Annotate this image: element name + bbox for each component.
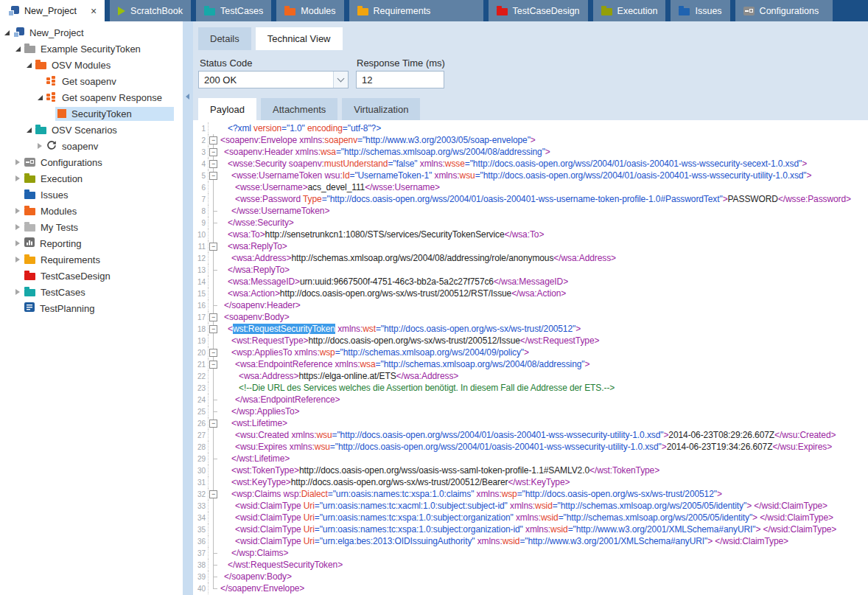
- response-time-input[interactable]: [356, 71, 444, 88]
- folder-icon: [24, 273, 35, 280]
- collapsed-arrow-icon[interactable]: [13, 175, 22, 181]
- code-line: 3<soapenv:Header xmlns:wsa="http://schem…: [193, 146, 868, 158]
- xml-token: <soapenv:Envelope xmlns:: [220, 135, 324, 145]
- tree-item-testcasedesign[interactable]: TestCaseDesign: [0, 268, 183, 284]
- fold-collapse-icon[interactable]: [209, 323, 219, 335]
- tree-item-label: TestCaseDesign: [41, 271, 111, 282]
- fold-margin: [209, 441, 219, 453]
- tree-item-configurations[interactable]: Configurations: [0, 154, 183, 170]
- top-tab-requirements[interactable]: Requirements: [349, 0, 483, 21]
- collapsed-arrow-icon[interactable]: [13, 208, 22, 214]
- top-tab-testcasedesign[interactable]: TestCaseDesign: [489, 0, 588, 21]
- tree-item-my-tests[interactable]: My Tests: [0, 219, 183, 235]
- fold-collapse-icon[interactable]: [209, 158, 219, 170]
- xml-token: <wsa:EndpointReference xmlns:: [235, 359, 360, 369]
- top-tab-execution[interactable]: Execution: [593, 0, 666, 21]
- tree-item-reporting[interactable]: Reporting: [0, 235, 183, 251]
- line-number: 3: [193, 146, 209, 158]
- code-line: 37</wsp:Claims>: [193, 547, 868, 559]
- xml-token: wsse: [445, 159, 465, 169]
- folder-icon: [24, 208, 35, 215]
- status-code-dropdown[interactable]: 200 OK: [198, 71, 349, 88]
- close-tab-icon[interactable]: ×: [91, 6, 97, 16]
- xml-token: </wsu:Created>: [774, 430, 836, 440]
- code-text: <wsp:Claims wsp:Dialect="urn:oasis:names…: [219, 488, 725, 500]
- collapsed-arrow-icon[interactable]: [13, 289, 22, 295]
- line-number: 31: [193, 476, 209, 488]
- tree-item-testplanning[interactable]: TestPlanning: [0, 300, 183, 316]
- xml-token: 2014-06-23T19:34:26.607Z: [667, 442, 773, 452]
- xml-editor[interactable]: 1<?xml version="1.0" encoding="utf-8"?>2…: [193, 120, 868, 595]
- tree-item-label: Modules: [41, 206, 77, 217]
- tree-item-requirements[interactable]: Requirements: [0, 251, 183, 268]
- collapse-sidebar-icon[interactable]: [186, 94, 189, 100]
- tree-item-securitytoken[interactable]: SecurityToken: [0, 105, 183, 122]
- collapsed-arrow-icon[interactable]: [13, 224, 22, 230]
- fold-collapse-icon[interactable]: [209, 134, 219, 146]
- collapsed-arrow-icon[interactable]: [13, 257, 22, 262]
- expanded-arrow-icon[interactable]: [13, 46, 22, 52]
- tab-virtualization[interactable]: Virtualization: [342, 98, 420, 120]
- fold-collapse-icon[interactable]: [209, 417, 219, 429]
- line-number: 11: [193, 240, 209, 252]
- code-line: 17<soapenv:Body>: [193, 311, 868, 323]
- code-line: 27<wsu:Created xmlns:wsu="http://docs.oa…: [193, 429, 868, 441]
- fold-margin: [209, 476, 219, 488]
- tree-item-osv-modules[interactable]: OSV Modules: [0, 57, 183, 73]
- xml-token: <: [228, 324, 233, 334]
- xml-token: </wsp:Claims>: [231, 548, 288, 558]
- tree-item-get-soapenv-response[interactable]: Get soapenv Response: [0, 89, 183, 105]
- code-text: <wsse:UsernameToken wsu:Id="UsernameToke…: [219, 170, 814, 181]
- tree-item-testcases[interactable]: TestCases: [0, 284, 183, 300]
- tree-item-example-securitytoken[interactable]: Example SecurityToken: [0, 41, 183, 57]
- tab-payload[interactable]: Payload: [198, 98, 256, 120]
- xml-token: </wsa:Address>: [396, 371, 459, 381]
- line-number: 14: [193, 276, 209, 288]
- expanded-arrow-icon[interactable]: [24, 128, 33, 133]
- top-tab-modules[interactable]: Modules: [276, 0, 343, 21]
- expanded-arrow-icon[interactable]: [24, 63, 33, 68]
- tree-item-soapenv[interactable]: soapenv: [0, 138, 183, 154]
- top-tab-new_project[interactable]: New_Project×: [0, 0, 105, 21]
- code-line: 39</soapenv:Body>: [193, 571, 868, 582]
- xml-token: <wsse:Username>: [235, 182, 308, 192]
- xml-token: ="http://docs.oasis-open.org/wss/2004/01…: [465, 159, 802, 169]
- fold-collapse-icon[interactable]: [209, 146, 219, 158]
- tree-item-osv-scenarios[interactable]: OSV Scenarios: [0, 122, 183, 138]
- tree-item-execution[interactable]: Execution: [0, 170, 183, 187]
- fold-collapse-icon[interactable]: [209, 347, 219, 358]
- sidebar-splitter[interactable]: [183, 21, 193, 595]
- fold-collapse-icon[interactable]: [209, 311, 219, 323]
- tab-attachments[interactable]: Attachments: [261, 98, 337, 120]
- fold-collapse-icon[interactable]: [209, 170, 219, 181]
- tree-item-issues[interactable]: Issues: [0, 187, 183, 203]
- xml-token: </wsa:EndpointReference>: [235, 394, 340, 405]
- top-tab-configurations[interactable]: Configurations: [735, 0, 833, 21]
- xml-token: ="urn:oasis:names:tc:xspa:1.0:claims": [328, 489, 477, 499]
- top-tab-testcases[interactable]: TestCases: [196, 0, 271, 21]
- code-text: <wsse:Security soapenv:mustUnderstand="f…: [219, 158, 810, 170]
- top-tab-scratchbook[interactable]: ScratchBook: [110, 0, 191, 21]
- xml-token: ="http://schemas.xmlsoap.org/ws/2004/08/…: [336, 147, 545, 157]
- expanded-arrow-icon[interactable]: [35, 95, 44, 100]
- tab-technical-view[interactable]: Technical View: [256, 27, 343, 50]
- code-text: </wst:Lifetime>: [219, 453, 293, 464]
- tree-item-get-soapenv[interactable]: Get soapenv: [0, 73, 183, 89]
- dropdown-button[interactable]: [333, 72, 348, 88]
- fold-collapse-icon[interactable]: [209, 488, 219, 500]
- tab-details[interactable]: Details: [198, 27, 251, 50]
- collapsed-arrow-icon[interactable]: [35, 143, 44, 149]
- collapsed-arrow-icon[interactable]: [13, 159, 22, 165]
- fold-collapse-icon[interactable]: [209, 358, 219, 370]
- tree-item-modules[interactable]: Modules: [0, 203, 183, 219]
- collapsed-arrow-icon[interactable]: [13, 240, 22, 246]
- tree-item-label: SecurityToken: [71, 108, 132, 119]
- expanded-arrow-icon[interactable]: [2, 30, 11, 35]
- xml-token: xmlns:: [435, 170, 460, 181]
- xml-token: </wsse:Username>: [365, 182, 440, 192]
- fold-collapse-icon[interactable]: [209, 240, 219, 252]
- tree-item-new_project[interactable]: New_Project: [0, 24, 183, 41]
- xml-token: </soapenv:Body>: [224, 571, 292, 582]
- top-tab-issues[interactable]: Issues: [671, 0, 729, 21]
- xml-token: https://elga-online.at/ETS: [298, 371, 396, 381]
